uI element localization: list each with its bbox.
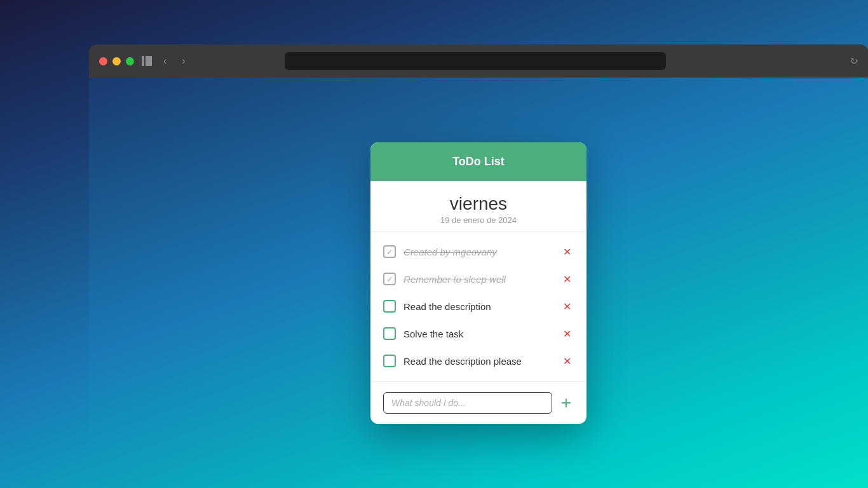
- traffic-lights: [99, 57, 134, 65]
- todo-item: Remember to sleep well ✕: [370, 266, 587, 293]
- todo-card: ToDo List viernes 19 de enero de 2024 Cr…: [370, 142, 587, 424]
- todo-delete-3[interactable]: ✕: [560, 299, 574, 314]
- todo-day: viernes: [386, 194, 571, 214]
- todo-add-button[interactable]: +: [559, 394, 574, 412]
- todo-delete-1[interactable]: ✕: [560, 245, 574, 259]
- todo-item-text-2: Remember to sleep well: [403, 274, 553, 285]
- browser-window: ‹ › ↻ ToDo List viernes 19 de enero de 2…: [89, 44, 868, 488]
- todo-item-text-1: Created by mgeovany: [403, 247, 553, 257]
- maximize-button[interactable]: [126, 57, 134, 65]
- todo-item-text-3: Read the description: [403, 301, 553, 312]
- todo-title: ToDo List: [452, 155, 505, 168]
- todo-full-date: 19 de enero de 2024: [386, 215, 571, 225]
- todo-header: ToDo List: [370, 142, 587, 181]
- todo-item: Read the description please ✕: [370, 348, 587, 375]
- todo-delete-4[interactable]: ✕: [560, 327, 574, 341]
- forward-button[interactable]: ›: [178, 53, 189, 69]
- todo-new-item-input[interactable]: [383, 392, 552, 414]
- todo-delete-5[interactable]: ✕: [560, 354, 574, 369]
- todo-item: Solve the task ✕: [370, 320, 587, 348]
- todo-item-text-4: Solve the task: [403, 329, 553, 339]
- todo-items-list: Created by mgeovany ✕ Remember to sleep …: [370, 232, 587, 381]
- back-button[interactable]: ‹: [159, 53, 170, 69]
- todo-item-text-5: Read the description please: [403, 356, 553, 367]
- sidebar-toggle-icon[interactable]: [142, 56, 152, 66]
- close-button[interactable]: [99, 57, 107, 65]
- reload-button[interactable]: ↻: [850, 56, 858, 66]
- address-bar[interactable]: [285, 52, 666, 70]
- todo-checkbox-4[interactable]: [383, 327, 396, 340]
- browser-content: ToDo List viernes 19 de enero de 2024 Cr…: [89, 78, 868, 488]
- todo-delete-2[interactable]: ✕: [560, 272, 574, 287]
- todo-item: Read the description ✕: [370, 293, 587, 320]
- todo-item: Created by mgeovany ✕: [370, 238, 587, 266]
- todo-checkbox-5[interactable]: [383, 355, 396, 367]
- todo-checkbox-3[interactable]: [383, 300, 396, 313]
- minimize-button[interactable]: [112, 57, 121, 65]
- todo-checkbox-1[interactable]: [383, 245, 396, 258]
- todo-checkbox-2[interactable]: [383, 273, 396, 285]
- browser-chrome: ‹ › ↻: [89, 44, 868, 78]
- todo-footer: +: [370, 381, 587, 424]
- todo-date-section: viernes 19 de enero de 2024: [370, 181, 587, 232]
